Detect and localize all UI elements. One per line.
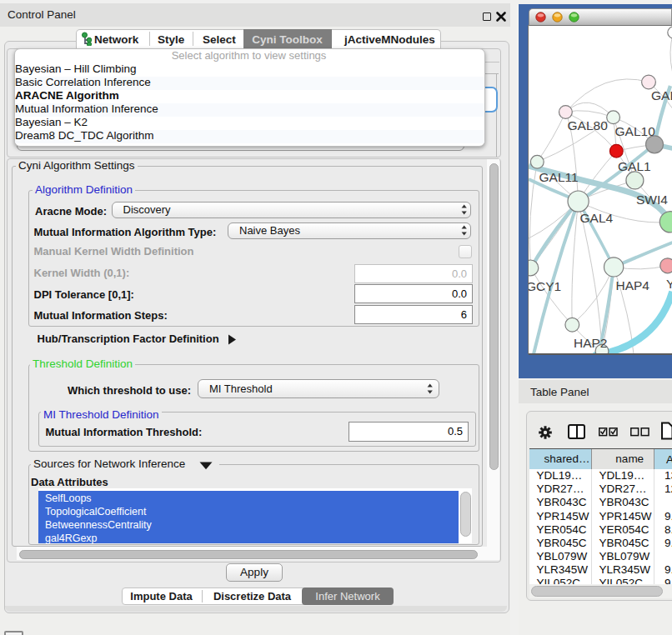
svg-text:Y: Y xyxy=(666,277,672,291)
svg-text:GAL: GAL xyxy=(651,88,672,102)
svg-text:HAP4: HAP4 xyxy=(615,278,649,292)
svg-text:GAL10: GAL10 xyxy=(614,124,655,138)
svg-text:SWI4: SWI4 xyxy=(636,192,668,207)
svg-text:GCY1: GCY1 xyxy=(529,279,561,293)
svg-text:GAL1: GAL1 xyxy=(618,159,651,173)
svg-text:GAL11: GAL11 xyxy=(539,170,578,184)
svg-text:GAL80: GAL80 xyxy=(567,118,608,132)
svg-text:GAL4: GAL4 xyxy=(579,211,613,225)
svg-text:HAP2: HAP2 xyxy=(574,336,608,350)
